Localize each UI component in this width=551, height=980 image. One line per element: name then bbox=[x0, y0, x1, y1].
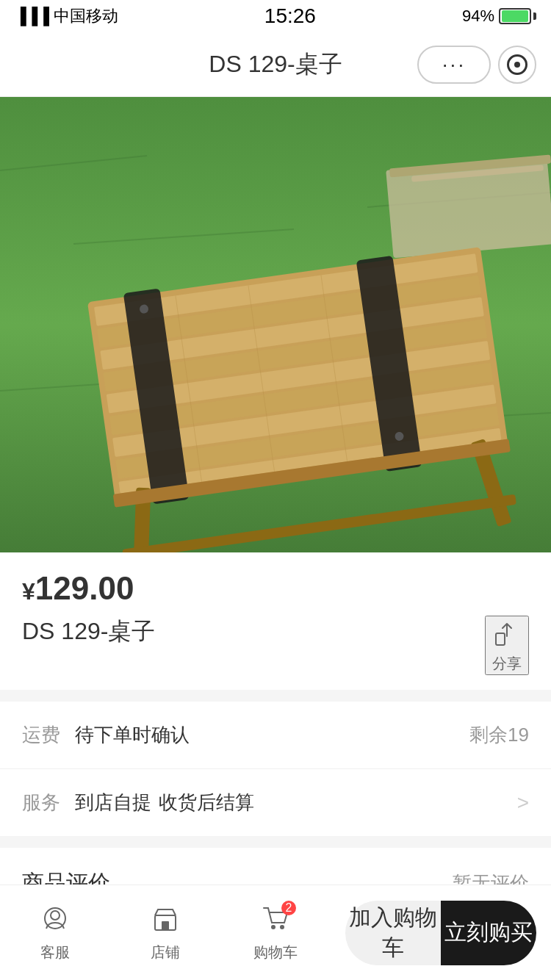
buy-now-button[interactable]: 立刻购买 bbox=[441, 901, 536, 965]
service-tag-2: 收货后结算 bbox=[159, 790, 254, 815]
customer-service-label: 客服 bbox=[40, 943, 70, 962]
nav-store[interactable]: 店铺 bbox=[110, 896, 220, 970]
svg-point-67 bbox=[51, 911, 60, 920]
customer-service-icon bbox=[40, 904, 70, 940]
shipping-value: 待下单时确认 bbox=[75, 722, 190, 748]
bottom-actions: 加入购物车 立刻购买 bbox=[345, 901, 536, 965]
carrier-label: 中国移动 bbox=[54, 5, 118, 27]
status-bar: ▐▐▐ 中国移动 15:26 94% bbox=[0, 0, 551, 32]
svg-point-71 bbox=[271, 925, 276, 929]
shipping-label: 运费 bbox=[22, 722, 60, 748]
product-price: ¥129.00 bbox=[22, 570, 529, 607]
svg-rect-32 bbox=[496, 633, 505, 645]
shipping-left: 运费 待下单时确认 bbox=[22, 722, 190, 748]
store-nav-label: 店铺 bbox=[151, 943, 180, 962]
status-right: 94% bbox=[462, 7, 536, 26]
share-button[interactable]: 分享 bbox=[485, 616, 529, 675]
more-dots-icon: ··· bbox=[442, 53, 466, 76]
nav-customer-service[interactable]: 客服 bbox=[0, 896, 110, 970]
share-label: 分享 bbox=[492, 654, 522, 674]
bottom-bar: 客服 店铺 2 购物车 加入购物车 立刻购买 bbox=[0, 884, 551, 980]
page-title: DS 129-桌子 bbox=[209, 48, 342, 81]
price-value: 129.00 bbox=[35, 570, 134, 606]
scan-icon bbox=[507, 54, 527, 75]
status-left: ▐▐▐ 中国移动 bbox=[15, 5, 118, 27]
battery-icon bbox=[499, 8, 536, 24]
service-tags: 到店自提 收货后结算 bbox=[75, 790, 254, 815]
product-name: DS 129-桌子 bbox=[22, 616, 485, 648]
scan-button[interactable] bbox=[498, 46, 536, 84]
price-symbol: ¥ bbox=[22, 578, 35, 605]
service-arrow: > bbox=[517, 791, 529, 815]
signal-icon: ▐▐▐ bbox=[15, 7, 49, 26]
battery-label: 94% bbox=[462, 7, 494, 26]
stock-label: 剩余19 bbox=[469, 722, 529, 748]
more-button[interactable]: ··· bbox=[417, 46, 491, 84]
add-to-cart-button[interactable]: 加入购物车 bbox=[345, 901, 441, 965]
service-tag-1: 到店自提 bbox=[75, 790, 151, 815]
service-left: 服务 到店自提 收货后结算 bbox=[22, 790, 254, 815]
service-label: 服务 bbox=[22, 790, 60, 815]
divider-1 bbox=[0, 690, 551, 702]
cart-icon: 2 bbox=[261, 904, 290, 940]
store-icon bbox=[151, 904, 180, 940]
product-info: ¥129.00 DS 129-桌子 分享 bbox=[0, 552, 551, 690]
nav-cart[interactable]: 2 购物车 bbox=[220, 896, 331, 970]
product-image bbox=[0, 97, 551, 552]
share-icon bbox=[489, 617, 525, 652]
service-row[interactable]: 服务 到店自提 收货后结算 > bbox=[0, 769, 551, 836]
divider-2 bbox=[0, 836, 551, 848]
nav-actions: ··· bbox=[417, 46, 536, 84]
product-name-row: DS 129-桌子 分享 bbox=[22, 616, 529, 675]
svg-point-72 bbox=[280, 925, 284, 929]
nav-bar: DS 129-桌子 ··· bbox=[0, 32, 551, 97]
shipping-row: 运费 待下单时确认 剩余19 bbox=[0, 702, 551, 769]
cart-label: 购物车 bbox=[253, 943, 298, 962]
svg-rect-70 bbox=[162, 921, 169, 930]
status-time: 15:26 bbox=[264, 4, 316, 28]
cart-badge: 2 bbox=[281, 901, 296, 915]
